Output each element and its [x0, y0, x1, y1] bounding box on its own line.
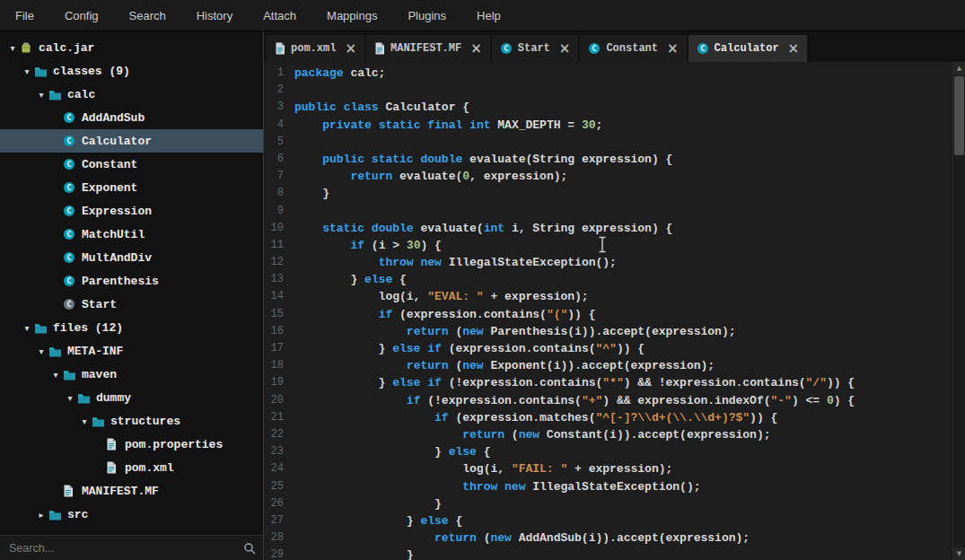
file-tree[interactable]: ▾calc.jar▾classes (9)▾calcCAddAndSubCCal…: [0, 31, 263, 535]
code-line: 27 } else {: [268, 512, 952, 529]
svg-text:C: C: [66, 113, 71, 122]
collapse-arrow-icon[interactable]: ▾: [20, 66, 34, 76]
svg-text:C: C: [66, 160, 71, 169]
svg-text:C: C: [66, 206, 71, 215]
tree-item-dummy[interactable]: ▾dummy: [0, 386, 263, 409]
collapse-arrow-icon[interactable]: ▾: [5, 43, 20, 53]
tree-item-structures[interactable]: ▾structures: [0, 409, 263, 433]
scrollbar-thumb[interactable]: [954, 76, 964, 155]
class-icon: C: [63, 135, 79, 147]
code-line: 28 return (new AddAndSub(i)).accept(expr…: [268, 529, 952, 547]
code-line: 10 static double evaluate(int i, String …: [268, 220, 952, 237]
menu-item-plugins[interactable]: Plugins: [392, 0, 461, 31]
collapse-arrow-icon[interactable]: ▾: [34, 90, 48, 100]
tab-constant[interactable]: CConstant×: [580, 35, 686, 62]
tree-item-label: Start: [82, 298, 117, 311]
class-icon: C: [63, 181, 79, 194]
scrollbar-track[interactable]: [953, 74, 965, 547]
tree-item-matchutil[interactable]: CMatchUtil: [0, 223, 263, 246]
line-number: 26: [268, 495, 284, 512]
tree-item-maven[interactable]: ▾maven: [0, 363, 263, 386]
tab-calculator[interactable]: CCalculator×: [689, 35, 808, 62]
close-icon[interactable]: ×: [667, 42, 679, 56]
class-icon: C: [63, 158, 79, 171]
close-icon[interactable]: ×: [470, 42, 482, 56]
tab-pom-xml[interactable]: pom.xml×: [267, 35, 364, 62]
code-text: return (new Constant(i)).accept(expressi…: [294, 426, 771, 443]
line-number: 19: [268, 374, 284, 391]
menu-item-config[interactable]: Config: [49, 0, 114, 31]
collapse-arrow-icon[interactable]: ▾: [34, 346, 48, 356]
tab-start[interactable]: CStart×: [492, 35, 579, 62]
tree-item-pom-properties[interactable]: pom.properties: [0, 433, 263, 456]
search-input[interactable]: [0, 542, 263, 555]
tree-item-expression[interactable]: CExpression: [0, 199, 263, 223]
line-number: 25: [268, 478, 284, 495]
tree-item-pom-xml[interactable]: pom.xml: [0, 456, 263, 479]
line-number: 1: [268, 65, 284, 82]
tab-label: Start: [518, 42, 550, 55]
scrollbar-down-icon[interactable]: ▼: [953, 547, 965, 560]
close-icon[interactable]: ×: [559, 42, 571, 56]
tree-item-label: MultAndDiv: [82, 251, 152, 265]
scrollbar-up-icon[interactable]: ▲: [953, 62, 965, 74]
code-line: 15 if (expression.contains("(")) {: [268, 306, 952, 323]
menu-item-mappings[interactable]: Mappings: [311, 0, 392, 31]
line-number: 13: [268, 271, 284, 288]
tree-item-meta-inf[interactable]: ▾META-INF: [0, 339, 263, 363]
menu-item-file[interactable]: File: [0, 0, 49, 31]
tree-item-src[interactable]: ▸src: [0, 503, 263, 526]
tree-item-label: calc: [67, 88, 95, 101]
tree-item-calculator[interactable]: CCalculator: [0, 129, 263, 153]
line-number: 5: [268, 134, 284, 151]
folder-icon: [48, 89, 65, 101]
tree-item-calc[interactable]: ▾calc: [0, 83, 263, 106]
file-icon: [374, 42, 385, 55]
code-line: 26 }: [268, 495, 952, 512]
menu-item-history[interactable]: History: [181, 0, 248, 31]
line-number: 6: [268, 151, 284, 168]
menu-item-help[interactable]: Help: [461, 0, 516, 31]
tree-item-manifest-mf[interactable]: MANIFEST.MF: [0, 479, 263, 503]
collapse-arrow-icon[interactable]: ▾: [20, 323, 34, 333]
close-icon[interactable]: ×: [788, 42, 800, 56]
folder-icon: [63, 369, 79, 381]
code-text: if (expression.contains("(")) {: [294, 306, 596, 323]
folder-icon: [34, 322, 50, 334]
close-icon[interactable]: ×: [345, 42, 356, 56]
tab-label: Constant: [606, 42, 658, 55]
tree-item-multanddiv[interactable]: CMultAndDiv: [0, 246, 263, 269]
tree-item-label: Expression: [82, 205, 152, 218]
tree-item-label: Constant: [82, 158, 137, 171]
tree-item-addandsub[interactable]: CAddAndSub: [0, 106, 263, 129]
tree-item-classes-9-[interactable]: ▾classes (9): [0, 59, 263, 83]
tree-item-parenthesis[interactable]: CParenthesis: [0, 269, 263, 293]
tree-item-constant[interactable]: CConstant: [0, 153, 263, 176]
line-number: 21: [268, 409, 284, 426]
collapse-arrow-icon[interactable]: ▾: [77, 416, 92, 426]
tree-item-files-12-[interactable]: ▾files (12): [0, 316, 263, 339]
code-line: 5: [268, 134, 952, 151]
tree-item-start[interactable]: CStart: [0, 293, 263, 316]
tab-bar: pom.xml×MANIFEST.MF×CStart×CConstant×CCa…: [264, 31, 965, 62]
code-line: 12 throw new IllegalStateException();: [268, 254, 952, 271]
vertical-scrollbar[interactable]: ▲ ▼: [952, 62, 965, 560]
menu-item-search[interactable]: Search: [114, 0, 181, 31]
code-text: }: [294, 185, 329, 202]
line-number: 20: [268, 392, 284, 409]
tree-item-label: src: [67, 508, 88, 521]
code-area[interactable]: 1package calc;23public class Calculator …: [264, 62, 965, 560]
line-number: 3: [268, 99, 284, 116]
folder-icon: [48, 509, 65, 521]
code-text: return (new Exponent(i)).accept(expressi…: [294, 357, 715, 374]
class-icon: C: [588, 42, 601, 55]
expand-arrow-icon[interactable]: ▸: [34, 510, 48, 520]
tree-item-label: calc.jar: [39, 41, 94, 55]
menu-item-attach[interactable]: Attach: [248, 0, 311, 31]
collapse-arrow-icon[interactable]: ▾: [48, 370, 63, 380]
code-text: }: [294, 495, 442, 512]
collapse-arrow-icon[interactable]: ▾: [63, 393, 77, 403]
tab-manifest-mf[interactable]: MANIFEST.MF×: [366, 35, 490, 62]
tree-item-calc-jar[interactable]: ▾calc.jar: [0, 36, 263, 59]
tree-item-exponent[interactable]: CExponent: [0, 176, 263, 199]
